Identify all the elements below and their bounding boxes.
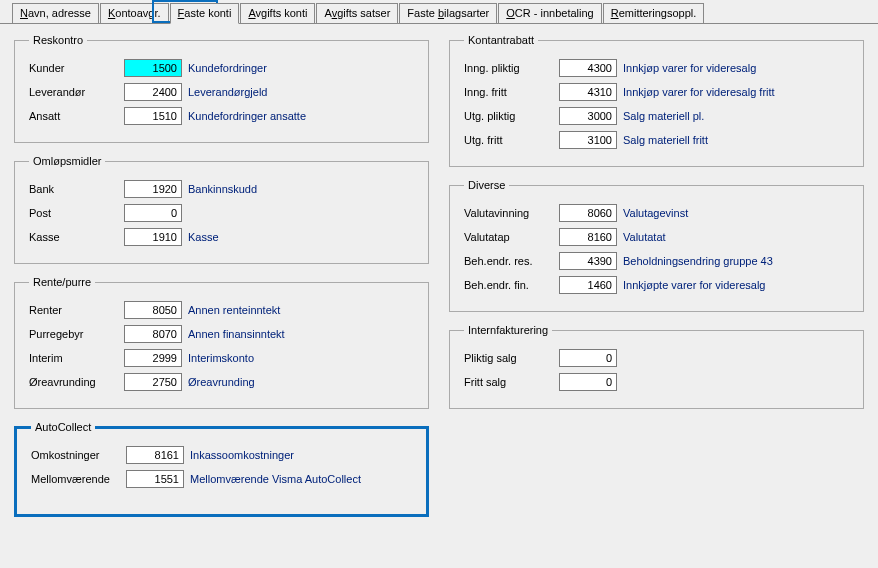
input-beh-endr-res[interactable] <box>559 252 617 270</box>
desc-mellomvaerende: Mellomværende Visma AutoCollect <box>190 473 361 485</box>
row-utg-fritt: Utg. frittSalg materiell fritt <box>464 128 853 152</box>
desc-purregebyr: Annen finansinntekt <box>188 328 285 340</box>
input-fritt-salg[interactable] <box>559 373 617 391</box>
desc-inng-pliktig: Innkjøp varer for videresalg <box>623 62 756 74</box>
desc-kunder: Kundefordringer <box>188 62 267 74</box>
tab-remitteringsoppl[interactable]: Remitteringsoppl. <box>603 3 705 23</box>
desc-beh-endr-res: Beholdningsendring gruppe 43 <box>623 255 773 267</box>
row-purregebyr: PurregebyrAnnen finansinntekt <box>29 322 418 346</box>
legend-autocollect: AutoCollect <box>31 421 95 433</box>
legend-diverse: Diverse <box>464 179 509 191</box>
tab-navn-adresse[interactable]: Navn, adresse <box>12 3 99 23</box>
input-beh-endr-fin[interactable] <box>559 276 617 294</box>
legend-internfakturering: Internfakturering <box>464 324 552 336</box>
legend-kontantrabatt: Kontantrabatt <box>464 34 538 46</box>
desc-ansatt: Kundefordringer ansatte <box>188 110 306 122</box>
row-pliktig-salg: Pliktig salg <box>464 346 853 370</box>
input-valutavinning[interactable] <box>559 204 617 222</box>
desc-oreavrunding: Øreavrunding <box>188 376 255 388</box>
row-fritt-salg: Fritt salg <box>464 370 853 394</box>
row-ansatt: AnsattKundefordringer ansatte <box>29 104 418 128</box>
legend-rente-purre: Rente/purre <box>29 276 95 288</box>
input-valutatap[interactable] <box>559 228 617 246</box>
tab-ocr-innbetaling[interactable]: OCR - innbetaling <box>498 3 601 23</box>
input-kunder[interactable] <box>124 59 182 77</box>
tab-kontoavgr[interactable]: Kontoavgr. <box>100 3 169 23</box>
input-inng-fritt[interactable] <box>559 83 617 101</box>
row-inng-fritt: Inng. frittInnkjøp varer for videresalg … <box>464 80 853 104</box>
group-internfakturering: Internfakturering Pliktig salg Fritt sal… <box>449 324 864 409</box>
input-post[interactable] <box>124 204 182 222</box>
desc-interim: Interimskonto <box>188 352 254 364</box>
row-post: Post <box>29 201 418 225</box>
desc-bank: Bankinnskudd <box>188 183 257 195</box>
row-mellomvaerende: MellomværendeMellomværende Visma AutoCol… <box>31 467 416 491</box>
input-utg-fritt[interactable] <box>559 131 617 149</box>
desc-beh-endr-fin: Innkjøpte varer for videresalg <box>623 279 765 291</box>
input-bank[interactable] <box>124 180 182 198</box>
input-interim[interactable] <box>124 349 182 367</box>
row-kasse: KasseKasse <box>29 225 418 249</box>
row-valutavinning: ValutavinningValutagevinst <box>464 201 853 225</box>
group-autocollect: AutoCollect OmkostningerInkassoomkostnin… <box>14 421 429 517</box>
row-bank: BankBankinnskudd <box>29 177 418 201</box>
row-utg-pliktig: Utg. pliktigSalg materiell pl. <box>464 104 853 128</box>
tab-faste-konti[interactable]: Faste konti <box>170 3 240 24</box>
desc-valutavinning: Valutagevinst <box>623 207 688 219</box>
group-omlopsmidler: Omløpsmidler BankBankinnskudd Post Kasse… <box>14 155 429 264</box>
row-valutatap: ValutatapValutatat <box>464 225 853 249</box>
input-pliktig-salg[interactable] <box>559 349 617 367</box>
row-kunder: KunderKundefordringer <box>29 56 418 80</box>
content: Reskontro KunderKundefordringer Leverand… <box>0 24 878 539</box>
tabstrip: Navn, adresse Kontoavgr. Faste konti Avg… <box>0 0 878 24</box>
desc-omkostninger: Inkassoomkostninger <box>190 449 294 461</box>
group-diverse: Diverse ValutavinningValutagevinst Valut… <box>449 179 864 312</box>
legend-omlopsmidler: Omløpsmidler <box>29 155 105 167</box>
desc-utg-fritt: Salg materiell fritt <box>623 134 708 146</box>
row-renter: RenterAnnen renteinntekt <box>29 298 418 322</box>
input-inng-pliktig[interactable] <box>559 59 617 77</box>
row-oreavrunding: ØreavrundingØreavrunding <box>29 370 418 394</box>
tab-avgifts-satser[interactable]: Avgifts satser <box>316 3 398 23</box>
desc-valutatap: Valutatat <box>623 231 666 243</box>
row-leverandor: LeverandørLeverandørgjeld <box>29 80 418 104</box>
input-utg-pliktig[interactable] <box>559 107 617 125</box>
input-purregebyr[interactable] <box>124 325 182 343</box>
row-interim: InterimInterimskonto <box>29 346 418 370</box>
desc-kasse: Kasse <box>188 231 219 243</box>
desc-utg-pliktig: Salg materiell pl. <box>623 110 704 122</box>
desc-leverandor: Leverandørgjeld <box>188 86 268 98</box>
row-beh-endr-fin: Beh.endr. fin.Innkjøpte varer for videre… <box>464 273 853 297</box>
group-kontantrabatt: Kontantrabatt Inng. pliktigInnkjøp varer… <box>449 34 864 167</box>
desc-inng-fritt: Innkjøp varer for videresalg fritt <box>623 86 775 98</box>
tab-avgifts-konti[interactable]: Avgifts konti <box>240 3 315 23</box>
row-inng-pliktig: Inng. pliktigInnkjøp varer for videresal… <box>464 56 853 80</box>
tab-faste-bilagsarter[interactable]: Faste bilagsarter <box>399 3 497 23</box>
legend-reskontro: Reskontro <box>29 34 87 46</box>
input-leverandor[interactable] <box>124 83 182 101</box>
input-renter[interactable] <box>124 301 182 319</box>
group-reskontro: Reskontro KunderKundefordringer Leverand… <box>14 34 429 143</box>
group-rente-purre: Rente/purre RenterAnnen renteinntekt Pur… <box>14 276 429 409</box>
row-omkostninger: OmkostningerInkassoomkostninger <box>31 443 416 467</box>
input-mellomvaerende[interactable] <box>126 470 184 488</box>
input-ansatt[interactable] <box>124 107 182 125</box>
input-kasse[interactable] <box>124 228 182 246</box>
input-oreavrunding[interactable] <box>124 373 182 391</box>
desc-renter: Annen renteinntekt <box>188 304 280 316</box>
row-beh-endr-res: Beh.endr. res.Beholdningsendring gruppe … <box>464 249 853 273</box>
input-omkostninger[interactable] <box>126 446 184 464</box>
